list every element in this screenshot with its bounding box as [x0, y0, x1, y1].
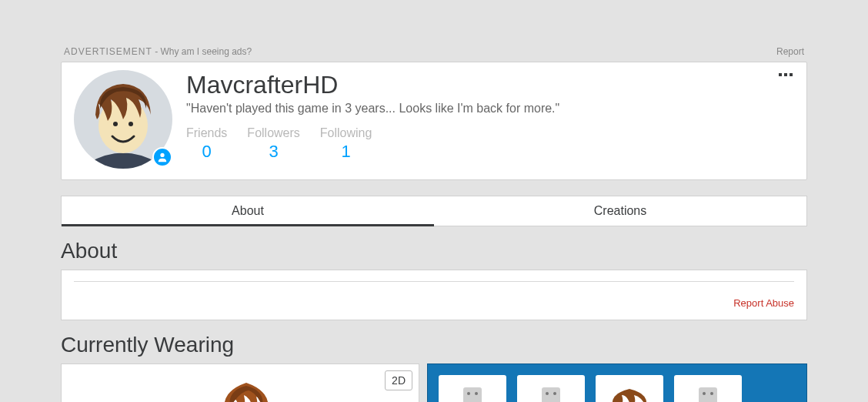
avatar-viewer-card: 2D	[61, 363, 419, 402]
why-ads-link[interactable]: Why am I seeing ads?	[160, 46, 252, 57]
svg-rect-8	[542, 387, 560, 402]
report-abuse-row: Report Abuse	[74, 297, 794, 309]
dots-icon	[779, 73, 782, 76]
status-quote: "Haven't played this game in 3 years... …	[186, 102, 794, 116]
about-card: Report Abuse	[61, 270, 807, 320]
svg-point-13	[710, 392, 713, 395]
ad-label-group: ADVERTISEMENT - Why am I seeing ads?	[64, 46, 252, 57]
svg-rect-11	[699, 387, 717, 402]
friends-label: Friends	[186, 126, 227, 140]
item-slot[interactable]	[596, 375, 663, 402]
followers-label: Followers	[247, 126, 299, 140]
item-slot[interactable]	[517, 375, 585, 402]
currently-wearing-row: 2D	[61, 363, 807, 402]
svg-rect-5	[463, 387, 482, 402]
item-slot[interactable]	[439, 375, 506, 402]
friends-value: 0	[186, 142, 227, 162]
svg-point-7	[475, 392, 478, 395]
svg-point-3	[129, 122, 133, 126]
svg-point-6	[467, 392, 470, 395]
following-value: 1	[320, 142, 372, 162]
profile-header-card: MavcrafterHD "Haven't played this game i…	[61, 62, 807, 180]
svg-point-9	[546, 392, 549, 395]
ad-banner-row: ADVERTISEMENT - Why am I seeing ads? Rep…	[61, 46, 807, 62]
ad-label: ADVERTISEMENT	[64, 46, 152, 57]
followers-value: 3	[247, 142, 299, 162]
currently-wearing-heading: Currently Wearing	[61, 333, 807, 357]
tab-about[interactable]: About	[62, 196, 434, 226]
profile-tabs: About Creations	[61, 196, 807, 226]
svg-point-4	[160, 153, 164, 157]
view-toggle-button[interactable]: 2D	[385, 370, 412, 390]
svg-point-10	[553, 392, 556, 395]
svg-point-2	[113, 122, 118, 126]
following-stat[interactable]: Following 1	[320, 126, 372, 162]
item-slot[interactable]	[674, 375, 742, 402]
stats-row: Friends 0 Followers 3 Following 1	[186, 126, 794, 162]
report-abuse-link[interactable]: Report Abuse	[733, 297, 794, 309]
divider	[74, 281, 794, 282]
following-label: Following	[320, 126, 372, 140]
user-icon	[157, 152, 168, 162]
more-options-button[interactable]	[776, 70, 796, 79]
username: MavcrafterHD	[186, 72, 794, 99]
ad-report-link[interactable]: Report	[776, 46, 804, 57]
wearing-items-card	[427, 363, 807, 402]
tab-creations[interactable]: Creations	[434, 196, 806, 226]
followers-stat[interactable]: Followers 3	[247, 126, 299, 162]
hair-preview	[212, 377, 281, 402]
about-heading: About	[61, 239, 807, 263]
presence-badge	[152, 147, 172, 167]
profile-info: MavcrafterHD "Haven't played this game i…	[186, 70, 794, 169]
avatar-container	[74, 70, 172, 169]
svg-point-12	[703, 392, 706, 395]
friends-stat[interactable]: Friends 0	[186, 126, 227, 162]
